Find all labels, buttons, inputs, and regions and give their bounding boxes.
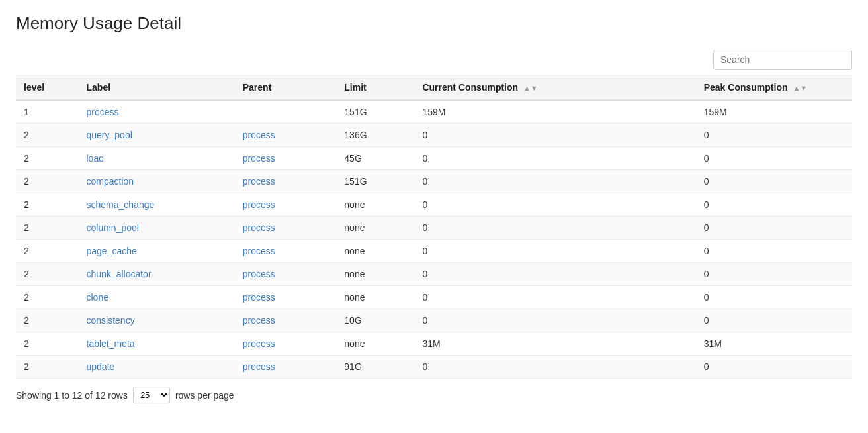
cell-label[interactable]: tablet_meta bbox=[79, 332, 235, 356]
table-header-row: level Label Parent Limit Current Consump… bbox=[16, 75, 852, 101]
cell-limit: none bbox=[336, 240, 414, 263]
cell-limit: 91G bbox=[336, 356, 414, 379]
col-header-parent: Parent bbox=[235, 75, 337, 101]
cell-parent[interactable]: process bbox=[235, 309, 337, 332]
cell-parent[interactable]: process bbox=[235, 170, 337, 193]
cell-peak: 31M bbox=[696, 332, 852, 356]
table-row: 2consistencyprocess10G00 bbox=[16, 309, 852, 332]
cell-parent[interactable]: process bbox=[235, 216, 337, 240]
table-row: 2page_cacheprocessnone00 bbox=[16, 240, 852, 263]
table-row: 2column_poolprocessnone00 bbox=[16, 216, 852, 240]
sort-icon-peak: ▲▼ bbox=[793, 84, 807, 92]
cell-current: 159M bbox=[414, 100, 695, 124]
cell-peak: 0 bbox=[696, 263, 852, 286]
table-row: 2loadprocess45G00 bbox=[16, 147, 852, 170]
cell-parent[interactable]: process bbox=[235, 286, 337, 309]
cell-limit: none bbox=[336, 332, 414, 356]
cell-current: 0 bbox=[414, 263, 695, 286]
cell-parent[interactable]: process bbox=[235, 356, 337, 379]
cell-peak: 0 bbox=[696, 216, 852, 240]
cell-limit: 151G bbox=[336, 170, 414, 193]
cell-limit: none bbox=[336, 286, 414, 309]
table-row: 2cloneprocessnone00 bbox=[16, 286, 852, 309]
col-header-label: Label bbox=[79, 75, 235, 101]
cell-current: 0 bbox=[414, 170, 695, 193]
cell-parent[interactable]: process bbox=[235, 147, 337, 170]
cell-peak: 159M bbox=[696, 100, 852, 124]
cell-parent[interactable]: process bbox=[235, 240, 337, 263]
cell-current: 0 bbox=[414, 309, 695, 332]
cell-level: 2 bbox=[16, 356, 79, 379]
cell-current: 0 bbox=[414, 193, 695, 216]
col-header-level: level bbox=[16, 75, 79, 101]
toolbar bbox=[16, 50, 852, 70]
cell-label[interactable]: chunk_allocator bbox=[79, 263, 235, 286]
cell-peak: 0 bbox=[696, 286, 852, 309]
table-row: 2compactionprocess151G00 bbox=[16, 170, 852, 193]
cell-parent[interactable]: process bbox=[235, 332, 337, 356]
table-row: 2updateprocess91G00 bbox=[16, 356, 852, 379]
cell-peak: 0 bbox=[696, 309, 852, 332]
table-row: 2chunk_allocatorprocessnone00 bbox=[16, 263, 852, 286]
cell-current: 0 bbox=[414, 356, 695, 379]
table-row: 2query_poolprocess136G00 bbox=[16, 124, 852, 147]
rows-per-page-select[interactable]: 10 25 50 100 bbox=[133, 387, 170, 403]
cell-peak: 0 bbox=[696, 356, 852, 379]
cell-peak: 0 bbox=[696, 240, 852, 263]
cell-label[interactable]: update bbox=[79, 356, 235, 379]
cell-level: 2 bbox=[16, 332, 79, 356]
cell-parent bbox=[235, 100, 337, 124]
cell-label[interactable]: page_cache bbox=[79, 240, 235, 263]
cell-label[interactable]: consistency bbox=[79, 309, 235, 332]
cell-peak: 0 bbox=[696, 147, 852, 170]
cell-parent[interactable]: process bbox=[235, 193, 337, 216]
cell-level: 2 bbox=[16, 286, 79, 309]
cell-peak: 0 bbox=[696, 193, 852, 216]
col-header-current[interactable]: Current Consumption ▲▼ bbox=[414, 75, 695, 101]
cell-level: 2 bbox=[16, 170, 79, 193]
cell-peak: 0 bbox=[696, 170, 852, 193]
cell-limit: 10G bbox=[336, 309, 414, 332]
cell-limit: 45G bbox=[336, 147, 414, 170]
cell-label[interactable]: query_pool bbox=[79, 124, 235, 147]
table-row: 2schema_changeprocessnone00 bbox=[16, 193, 852, 216]
cell-limit: none bbox=[336, 193, 414, 216]
cell-label[interactable]: compaction bbox=[79, 170, 235, 193]
cell-level: 2 bbox=[16, 309, 79, 332]
cell-level: 2 bbox=[16, 263, 79, 286]
cell-limit: none bbox=[336, 263, 414, 286]
cell-limit: none bbox=[336, 216, 414, 240]
cell-current: 0 bbox=[414, 147, 695, 170]
cell-level: 2 bbox=[16, 216, 79, 240]
cell-label[interactable]: clone bbox=[79, 286, 235, 309]
cell-label[interactable]: schema_change bbox=[79, 193, 235, 216]
showing-text: Showing 1 to 12 of 12 rows bbox=[16, 390, 128, 401]
col-header-limit: Limit bbox=[336, 75, 414, 101]
sort-icon-current: ▲▼ bbox=[523, 84, 538, 92]
cell-level: 2 bbox=[16, 193, 79, 216]
data-table: level Label Parent Limit Current Consump… bbox=[16, 75, 852, 379]
cell-parent[interactable]: process bbox=[235, 263, 337, 286]
cell-limit: 136G bbox=[336, 124, 414, 147]
table-row: 1process151G159M159M bbox=[16, 100, 852, 124]
cell-parent[interactable]: process bbox=[235, 124, 337, 147]
col-header-peak[interactable]: Peak Consumption ▲▼ bbox=[696, 75, 852, 101]
cell-peak: 0 bbox=[696, 124, 852, 147]
cell-current: 0 bbox=[414, 286, 695, 309]
search-input[interactable] bbox=[713, 50, 852, 70]
cell-current: 0 bbox=[414, 216, 695, 240]
cell-current: 0 bbox=[414, 124, 695, 147]
table-footer: Showing 1 to 12 of 12 rows 10 25 50 100 … bbox=[16, 387, 852, 403]
cell-level: 2 bbox=[16, 124, 79, 147]
cell-label[interactable]: process bbox=[79, 100, 235, 124]
cell-level: 1 bbox=[16, 100, 79, 124]
cell-level: 2 bbox=[16, 147, 79, 170]
rows-per-page-label: rows per page bbox=[175, 390, 234, 401]
cell-current: 31M bbox=[414, 332, 695, 356]
cell-current: 0 bbox=[414, 240, 695, 263]
cell-label[interactable]: load bbox=[79, 147, 235, 170]
cell-limit: 151G bbox=[336, 100, 414, 124]
cell-level: 2 bbox=[16, 240, 79, 263]
table-row: 2tablet_metaprocessnone31M31M bbox=[16, 332, 852, 356]
cell-label[interactable]: column_pool bbox=[79, 216, 235, 240]
